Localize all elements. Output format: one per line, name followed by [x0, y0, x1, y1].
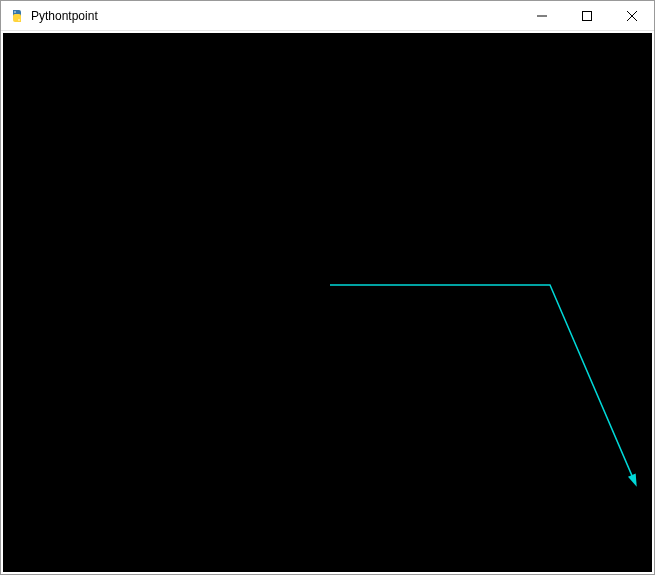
- minimize-button[interactable]: [519, 1, 564, 30]
- window-controls: [519, 1, 654, 30]
- svg-rect-3: [582, 11, 591, 20]
- titlebar: Pythontpoint: [1, 1, 654, 31]
- turtle-canvas: [3, 33, 652, 572]
- app-icon: [9, 8, 25, 24]
- svg-point-1: [18, 19, 20, 21]
- window-title: Pythontpoint: [31, 9, 519, 23]
- canvas-container: [1, 31, 654, 574]
- turtle-drawing: [3, 33, 652, 572]
- close-button[interactable]: [609, 1, 654, 30]
- turtle-cursor-icon: [628, 474, 637, 487]
- svg-point-0: [14, 11, 16, 13]
- app-window: Pythontpoint: [0, 0, 655, 575]
- maximize-button[interactable]: [564, 1, 609, 30]
